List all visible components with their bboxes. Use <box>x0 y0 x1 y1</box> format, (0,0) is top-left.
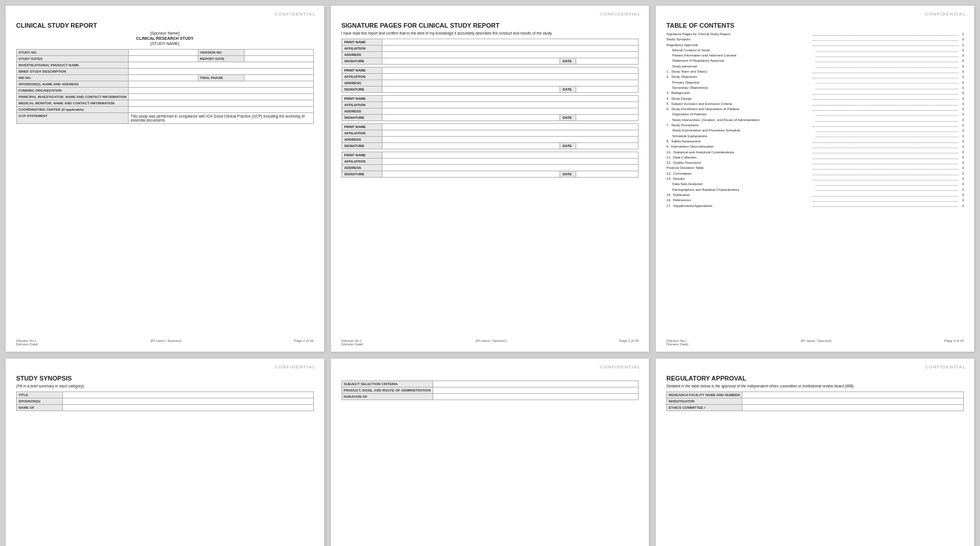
affiliation-label-2: AFFILIATION <box>341 74 382 80</box>
toc-text-19: Study Examination and Procedure Schedule <box>672 129 814 133</box>
toc-text-10: Primary Objective <box>672 81 814 85</box>
date-label-4: DATE <box>560 143 576 149</box>
table-row: PRINT NAME <box>341 39 639 46</box>
toc-entry-26: Protocol Deviation Table 3 <box>666 166 964 171</box>
toc-text-27: 13. Committees <box>666 172 812 176</box>
signature-label-2: SIGNATURE <box>341 86 382 93</box>
toc-dots-25 <box>813 161 958 164</box>
toc-text-9: 2. Study Objectives <box>666 75 812 80</box>
study-name: [STUDY NAME] <box>16 42 314 46</box>
toc-num-11: 3 <box>959 86 964 91</box>
date-label-2: DATE <box>560 86 576 93</box>
duration-of-value <box>433 394 639 400</box>
toc-text-25: 12. Quality Assurance <box>666 161 812 165</box>
toc-text-21: 8. Safety Assessment <box>666 140 812 144</box>
confidential-3: CONFIDENTIAL <box>925 12 966 17</box>
table-row: NAME OF <box>17 405 314 411</box>
synopsis-note: (Fill in a brief summary in each categor… <box>16 384 314 388</box>
inv-product-label: INVESTIGATIONAL PRODUCT NAME <box>17 62 129 69</box>
toc-entry-17: Study Intervention, Duration, and Route … <box>666 118 964 123</box>
toc-entry-30: Demographics and Baseline Characteristic… <box>666 188 964 193</box>
toc-entry-9: 2. Study Objectives 3 <box>666 75 964 80</box>
footer-right-1: Page 1 of 29 <box>294 339 314 346</box>
toc-dots-22 <box>813 145 958 148</box>
sig-block-4: PRINT NAME AFFILIATION ADDRESS SIGNATURE… <box>341 123 639 149</box>
name-of-label: NAME OF <box>17 405 63 411</box>
affiliation-label-3: AFFILIATION <box>341 102 382 108</box>
research-facility-value <box>742 392 964 398</box>
ind-no-value <box>129 75 198 81</box>
affiliation-value-3 <box>382 102 639 108</box>
footer-left-2: [Version No.][Version Date] <box>341 339 363 346</box>
toc-num-13: 3 <box>959 97 964 101</box>
table-row: MEDICAL MONITOR, NAME AND CONTACT INFORM… <box>17 100 314 107</box>
toc-entry-27: 13. Committees 3 <box>666 172 964 176</box>
subject-selection-label: SUBJECT SELECTION CRITERIA <box>341 381 433 387</box>
toc-text-31: 15. Publication <box>666 193 812 198</box>
footer-3: [Version No.][Version Date] [PI name / S… <box>666 339 964 346</box>
report-date-label: REPORT DATE <box>198 56 244 62</box>
table-row: SIGNATURE DATE <box>341 171 639 178</box>
toc-dots-24 <box>813 156 958 159</box>
toc-num-18: 3 <box>959 123 964 128</box>
address-label-1: ADDRESS <box>341 52 382 58</box>
subject-selection-table: SUBJECT SELECTION CRITERIA PRODUCT, DOSE… <box>341 381 639 400</box>
confidential-6: CONFIDENTIAL <box>925 364 966 370</box>
table-row: DURATION OF <box>341 394 639 400</box>
toc-text-20: Schedule Explanations <box>672 134 814 139</box>
affiliation-value-5 <box>382 159 639 165</box>
ethics-committee-label: ETHICS COMMITTEE / <box>667 405 742 411</box>
toc-num-22: 3 <box>959 145 964 149</box>
toc-entry-32: 16. References 3 <box>666 198 964 203</box>
toc-entry-31: 15. Publication 3 <box>666 193 964 198</box>
toc-text-5: Patient Information and Informed Consent <box>672 54 814 58</box>
table-row: FUNDING ORGANIZATION <box>17 88 314 94</box>
toc-num-19: 3 <box>959 129 964 133</box>
affiliation-label-4: AFFILIATION <box>341 130 382 137</box>
page-5: CONFIDENTIAL SUBJECT SELECTION CRITERIA … <box>331 359 649 546</box>
table-row: RESEARCH FACILITY NAME AND NUMBER <box>667 392 964 398</box>
signature-value-5 <box>382 171 560 178</box>
toc-dots-32 <box>813 198 958 202</box>
toc-text-29: Data Sets Analyzed <box>672 182 814 187</box>
name-of-value <box>63 405 314 411</box>
toc-text-13: 4. Study Design <box>666 97 812 101</box>
toc-entry-4: Ethical Conduct of Study 3 <box>666 48 964 53</box>
toc-entry-3: Regulatory Approval 3 <box>666 43 964 48</box>
signature-value-2 <box>382 86 560 93</box>
sig-block-5: PRINT NAME AFFILIATION ADDRESS SIGNATURE… <box>341 152 639 178</box>
page-2-title: SIGNATURE PAGES FOR CLINICAL STUDY REPOR… <box>341 22 639 29</box>
toc-dots-26 <box>813 166 958 170</box>
toc-dots-29 <box>816 182 958 186</box>
toc-entries: Signature Pages for Clinical Study Repor… <box>666 32 964 208</box>
page-2: CONFIDENTIAL SIGNATURE PAGES FOR CLINICA… <box>331 6 649 352</box>
address-label-2: ADDRESS <box>341 80 382 86</box>
signature-label-4: SIGNATURE <box>341 143 382 149</box>
toc-entry-11: Secondary Objective(s) 3 <box>666 86 964 91</box>
toc-text-4: Ethical Conduct of Study <box>672 48 814 53</box>
toc-dots-23 <box>813 150 958 154</box>
product-dose-value <box>433 387 639 394</box>
funding-org-label: FUNDING ORGANIZATION <box>17 88 129 94</box>
page-grid: CONFIDENTIAL CLINICAL STUDY REPORT [Spon… <box>6 6 974 546</box>
print-name-label-4: PRINT NAME <box>341 124 382 130</box>
toc-dots-12 <box>813 91 958 95</box>
toc-num-15: 3 <box>959 107 964 112</box>
toc-entry-10: Primary Objective 3 <box>666 81 964 85</box>
toc-text-18: 7. Study Procedures <box>666 123 812 128</box>
toc-text-15: 6. Study Enrollment and Disposition of P… <box>666 107 812 112</box>
toc-text-17: Study Intervention, Duration, and Route … <box>672 118 814 123</box>
toc-entry-16: Disposition of Patients 3 <box>666 112 964 117</box>
date-value-5 <box>576 171 639 178</box>
toc-dots-20 <box>816 134 958 138</box>
table-row: ADDRESS <box>341 52 639 58</box>
toc-dots-8 <box>813 70 958 73</box>
sig-intro: I have read this report and confirm that… <box>341 31 561 35</box>
toc-dots-15 <box>813 107 958 111</box>
toc-num-21: 3 <box>959 140 964 144</box>
footer-right-2: Page 2 of 29 <box>619 339 639 346</box>
address-label-3: ADDRESS <box>341 108 382 115</box>
page-6-title: REGULATORY APPROVAL <box>666 375 964 382</box>
toc-entry-8: 1. Study Team and Site(s) 3 <box>666 70 964 74</box>
footer-left-1: [Version No.][Version Date] <box>16 339 38 346</box>
